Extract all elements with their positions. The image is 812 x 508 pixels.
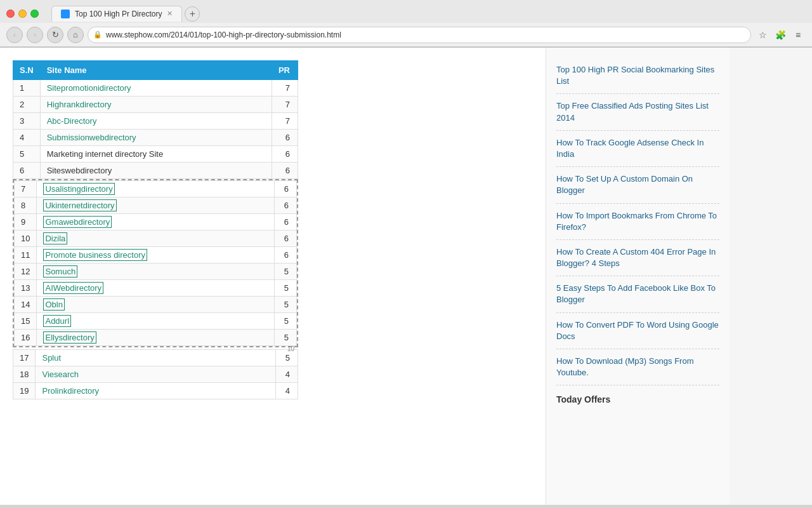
row-pr: 5 [275, 264, 297, 280]
col-header-pr: PR [272, 61, 298, 80]
nav-actions: ☆ 🧩 ≡ [755, 27, 806, 43]
menu-icon[interactable]: ≡ [790, 27, 806, 43]
site-link[interactable]: Ellysdirectory [43, 331, 96, 344]
table-row: 3 Abc-Directory 7 [13, 113, 298, 130]
sidebar-links-container: Top 100 High PR Social Bookmarking Sites… [556, 58, 719, 385]
url-bar[interactable]: 🔒 www.stephow.com/2014/01/top-100-high-p… [88, 27, 751, 43]
table-row: 10 Dizila 6 [15, 231, 297, 247]
table-row: 2 Highrankdirectory 7 [13, 97, 298, 113]
row-site[interactable]: Dizila [37, 231, 275, 247]
title-bar: Top 100 High Pr Directory ✕ + [0, 0, 812, 23]
close-btn[interactable] [6, 10, 15, 18]
sidebar-link[interactable]: How To Download (Mp3) Songs From Youtube… [556, 349, 719, 385]
row-site[interactable]: Abc-Directory [40, 113, 272, 130]
row-pr: 6 [275, 214, 297, 231]
row-pr: 5 [275, 280, 297, 297]
row-site[interactable]: Ellysdirectory [37, 330, 275, 346]
table-row: 11 Promote business directory 6 [15, 247, 297, 264]
site-link[interactable]: Abc-Directory [47, 116, 97, 126]
sidebar-link[interactable]: Top 100 High PR Social Bookmarking Sites… [556, 58, 719, 94]
home-button[interactable]: ⌂ [67, 27, 84, 43]
sidebar-link[interactable]: How To Import Bookmarks From Chrome To F… [556, 204, 719, 240]
row-site: Marketing internet directory Site [40, 146, 272, 163]
row-num: 15 [15, 313, 37, 330]
row-pr: 5 [275, 313, 297, 330]
row-num: 5 [13, 146, 41, 163]
row-pr: 6 [275, 231, 297, 247]
url-text: www.stephow.com/2014/01/top-100-high-pr-… [106, 30, 341, 39]
row-site[interactable]: Splut [36, 350, 276, 366]
row-site[interactable]: Viesearch [36, 366, 276, 383]
site-link[interactable]: Highrankdirectory [47, 100, 112, 109]
site-link[interactable]: Promote business directory [43, 249, 147, 261]
new-tab-button[interactable]: + [185, 6, 200, 22]
site-link[interactable]: Obln [43, 298, 64, 311]
row-site[interactable]: Promote business directory [37, 247, 275, 264]
row-site[interactable]: Submissionwebdirectory [40, 130, 272, 146]
row-site[interactable]: Addurl [37, 313, 275, 330]
sidebar-link[interactable]: How To Convert PDF To Word Using Google … [556, 313, 719, 349]
site-link[interactable]: Sitepromotionidirectory [47, 83, 131, 93]
dashed-rows-table: 7 Usalistingdirectory 6 8 Ukinternetdire… [14, 180, 297, 346]
row-site[interactable]: Obln [37, 297, 275, 313]
row-num: 18 [13, 366, 36, 383]
row-site[interactable]: Highrankdirectory [40, 97, 272, 113]
minimize-btn[interactable] [18, 10, 27, 18]
table-row: 6 Siteswebdirectory 6 [13, 163, 298, 179]
sidebar-link[interactable]: Top Free Classified Ads Posting Sites Li… [556, 94, 719, 130]
sidebar: Top 100 High PR Social Bookmarking Sites… [546, 48, 730, 505]
sidebar-link[interactable]: How To Create A Custom 404 Error Page In… [556, 240, 719, 276]
row-num: 1 [13, 80, 41, 97]
col-header-site: Site Name [40, 61, 272, 80]
sidebar-link[interactable]: How To Track Google Adsense Check In Ind… [556, 131, 719, 167]
site-link[interactable]: Prolinkdirectory [42, 386, 99, 396]
row-num: 7 [15, 181, 37, 197]
tab-label: Top 100 High Pr Directory [75, 10, 162, 18]
site-link[interactable]: AIWebdirectory [43, 282, 103, 294]
site-link[interactable]: Usalistingdirectory [43, 183, 114, 195]
reload-button[interactable]: ↻ [47, 27, 63, 43]
site-link[interactable]: Splut [42, 353, 61, 363]
row-num: 14 [15, 297, 37, 313]
row-pr: 6 [272, 146, 298, 163]
row-site[interactable]: Gmawebdirectory [37, 214, 275, 231]
row-pr: 6 [275, 197, 297, 214]
url-lock-icon: 🔒 [93, 30, 102, 39]
forward-button[interactable]: › [27, 27, 43, 43]
row-site[interactable]: AIWebdirectory [37, 280, 275, 297]
table-row: 14 Obln 5 [15, 297, 297, 313]
tab-close-icon[interactable]: ✕ [167, 10, 173, 18]
site-link[interactable]: Viesearch [42, 370, 79, 379]
site-link[interactable]: Gmawebdirectory [43, 216, 112, 228]
row-pr: 4 [276, 366, 298, 383]
site-link[interactable]: Somuch [43, 265, 77, 277]
row-site[interactable]: Prolinkdirectory [36, 383, 276, 399]
site-link[interactable]: Dizila [43, 232, 67, 244]
directory-table-container: S.N Site Name PR 1 Sitepromotionidirecto… [13, 60, 533, 399]
row-num: 9 [15, 214, 37, 231]
extensions-icon[interactable]: 🧩 [773, 27, 788, 43]
col-header-sn: S.N [13, 61, 41, 80]
browser-tab[interactable]: Top 100 High Pr Directory ✕ [51, 6, 182, 22]
row-pr: 4 [276, 383, 298, 399]
sidebar-link[interactable]: 5 Easy Steps To Add Facebook Like Box To… [556, 276, 719, 312]
back-button[interactable]: ‹ [6, 27, 23, 43]
table-row: 17 Splut 5 [13, 350, 298, 366]
table-row: 18 Viesearch 4 [13, 366, 298, 383]
site-link[interactable]: Ukinternetdirectory [43, 199, 116, 211]
browser-chrome: Top 100 High Pr Directory ✕ + ‹ › ↻ ⌂ 🔒 … [0, 0, 812, 48]
sidebar-link[interactable]: How To Set Up A Custom Domain On Blogger [556, 167, 719, 203]
row-site[interactable]: Somuch [37, 264, 275, 280]
row-pr: 7 [272, 97, 298, 113]
row-site[interactable]: Usalistingdirectory [37, 181, 275, 197]
table-row: 13 AIWebdirectory 5 [15, 280, 297, 297]
row-pr: 5 [275, 297, 297, 313]
bookmark-icon[interactable]: ☆ [755, 27, 770, 43]
table-row: 8 Ukinternetdirectory 6 [15, 197, 297, 214]
row-site[interactable]: Ukinternetdirectory [37, 197, 275, 214]
row-site[interactable]: Sitepromotionidirectory [40, 80, 272, 97]
maximize-btn[interactable] [30, 10, 39, 18]
site-link[interactable]: Submissionwebdirectory [47, 133, 136, 142]
site-link[interactable]: Addurl [43, 315, 71, 327]
row-num: 6 [13, 163, 41, 179]
